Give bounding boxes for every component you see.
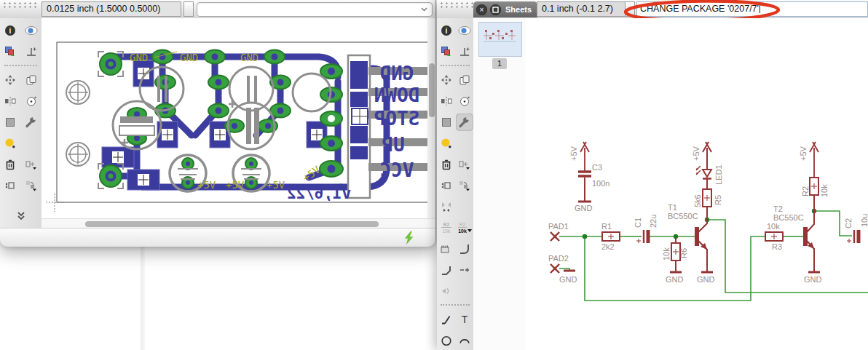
group-icon[interactable]: [1, 114, 19, 131]
pcb-drawing: GND GND GND +5V +5V +5V +5V GND DOWN STO…: [42, 18, 435, 218]
svg-text:10k: 10k: [767, 222, 780, 231]
svg-text:v1,6/22: v1,6/22: [287, 185, 352, 202]
svg-text:GND: GND: [575, 204, 593, 212]
replace-icon[interactable]: [456, 177, 473, 194]
delete-trash-icon[interactable]: [438, 156, 455, 173]
replace-icon[interactable]: [23, 177, 40, 194]
svg-text:PAD1: PAD1: [548, 222, 569, 231]
text-tool-icon[interactable]: T: [456, 311, 473, 328]
miter-round-icon[interactable]: [456, 240, 473, 258]
split-icon[interactable]: [456, 261, 473, 279]
gateswap-icon[interactable]: [23, 156, 40, 173]
show-eye-icon[interactable]: [456, 22, 473, 39]
drc-lightning-icon[interactable]: [402, 231, 417, 245]
symbols: [551, 142, 859, 273]
board-tool-palette: i: [0, 18, 42, 229]
schematic-topbar: × Sheets 0.1 inch (-0.1 2.7) CHANGE PACK…: [437, 0, 868, 19]
schematic-topbar-separator-button[interactable]: [625, 1, 635, 17]
smash-icon[interactable]: [438, 240, 455, 258]
info-icon[interactable]: i: [1, 22, 19, 39]
svg-text:100n: 100n: [592, 179, 609, 188]
board-hscroll-thumb[interactable]: [85, 221, 379, 227]
display-layers-icon[interactable]: [1, 43, 19, 60]
schematic-toolbar-drag-handle[interactable]: [439, 1, 476, 8]
svg-text:C1: C1: [634, 218, 642, 228]
board-editor-window: 0.0125 inch (1.5000 0.5000) i: [0, 0, 436, 246]
sheets-tabbar: × Sheets: [473, 1, 537, 17]
delete-trash-icon[interactable]: [1, 156, 19, 173]
board-topbar-separator-button[interactable]: [184, 1, 194, 17]
svg-text:GND: GND: [130, 52, 148, 63]
svg-text:C2: C2: [844, 218, 853, 228]
sheets-tab-label[interactable]: Sheets: [505, 5, 532, 14]
copy-icon[interactable]: [23, 71, 40, 89]
schematic-tool-palette: i: [437, 18, 474, 350]
svg-text:+5V: +5V: [267, 179, 285, 191]
schematic-coordinate-display: 0.1 inch (-0.1 2.7): [537, 1, 627, 17]
info-icon[interactable]: i: [438, 22, 455, 39]
value-icon[interactable]: R210k: [456, 219, 473, 236]
rotate-icon[interactable]: [23, 92, 40, 110]
svg-text:10u: 10u: [860, 214, 868, 227]
svg-text:+5V: +5V: [692, 146, 701, 161]
empty-slot: [23, 135, 40, 152]
svg-text:GND: GND: [380, 63, 414, 84]
pinswap-icon[interactable]: [1, 177, 19, 194]
paste-icon[interactable]: [1, 135, 19, 152]
change-wrench-icon[interactable]: [456, 114, 473, 131]
svg-text:R2: R2: [801, 186, 810, 196]
circle-tool-icon[interactable]: [438, 332, 455, 349]
board-command-combobox[interactable]: [197, 2, 433, 17]
svg-text:UP: UP: [382, 134, 404, 156]
paste-icon[interactable]: [438, 135, 455, 152]
svg-text:10k: 10k: [662, 247, 671, 260]
background-window-edge: [141, 246, 145, 350]
svg-text:GND: GND: [559, 275, 577, 284]
command-input-text: CHANGE PACKAGE '0207/7': [640, 4, 759, 14]
schematic-labels: +5V +5V +5V C3 100n GND PAD1 PAD2 GND R1…: [548, 146, 868, 284]
mirror-icon[interactable]: [1, 92, 19, 110]
board-topbar: 0.0125 inch (1.5000 0.5000): [0, 0, 435, 19]
detach-panel-icon[interactable]: [490, 4, 501, 15]
svg-text:+5V: +5V: [197, 179, 216, 191]
sheet-number-badge[interactable]: 1: [492, 58, 507, 69]
svg-text:R6: R6: [679, 248, 688, 258]
sheet-thumbnail-drawing: [479, 23, 520, 55]
close-icon[interactable]: ×: [476, 4, 487, 15]
toolbar-expand-chevron-icon[interactable]: [12, 207, 30, 225]
move-icon[interactable]: [1, 71, 19, 89]
invoke-gate-icon[interactable]: [438, 282, 455, 300]
svg-text:BC550C: BC550C: [773, 213, 804, 222]
gateswap-icon[interactable]: [456, 156, 473, 173]
group-icon[interactable]: [438, 114, 455, 131]
sheets-panel: 1: [473, 18, 526, 350]
change-wrench-icon[interactable]: [23, 114, 40, 131]
mark-icon[interactable]: [23, 43, 40, 60]
command-input[interactable]: CHANGE PACKAGE '0207/7': [636, 1, 868, 17]
sheet-thumbnail[interactable]: [478, 22, 522, 57]
schematic-canvas[interactable]: +5V +5V +5V C3 100n GND PAD1 PAD2 GND R1…: [526, 18, 868, 350]
mirror-icon[interactable]: [438, 92, 455, 110]
show-eye-icon[interactable]: [23, 22, 40, 39]
board-vscroll-thumb[interactable]: [429, 63, 435, 117]
wire-icon[interactable]: [438, 311, 455, 328]
rotate-icon[interactable]: [456, 92, 473, 110]
board-horizontal-scrollbar[interactable]: [42, 218, 435, 228]
svg-text:5k6: 5k6: [693, 194, 702, 207]
pinswap-icon[interactable]: [438, 177, 455, 194]
svg-text:2k2: 2k2: [601, 242, 615, 251]
name-icon[interactable]: R210k: [438, 219, 455, 236]
miter-straight-icon[interactable]: [438, 261, 455, 279]
move-icon[interactable]: [438, 71, 455, 89]
svg-text:T2: T2: [773, 204, 783, 213]
board-vertical-scrollbar[interactable]: [427, 18, 435, 218]
optimize-icon[interactable]: [438, 198, 455, 215]
board-statusbar: [0, 228, 435, 247]
board-canvas[interactable]: GND GND GND +5V +5V +5V +5V GND DOWN STO…: [42, 18, 435, 218]
arc-tool-icon[interactable]: [456, 332, 473, 349]
display-layers-icon[interactable]: [438, 43, 455, 60]
mark-icon[interactable]: [456, 43, 473, 60]
copy-icon[interactable]: [456, 71, 473, 89]
svg-text:R2: R2: [459, 222, 465, 227]
board-toolbar-drag-handle[interactable]: [2, 1, 39, 8]
